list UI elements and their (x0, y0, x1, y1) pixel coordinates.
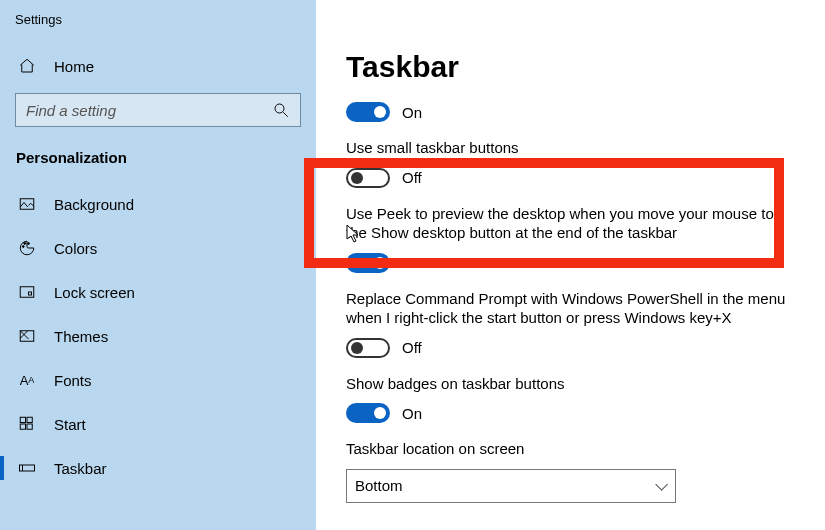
setting-row-3: Replace Command Prompt with Windows Powe… (346, 289, 795, 358)
svg-point-5 (28, 243, 30, 245)
setting-row-location: Taskbar location on screen Bottom (346, 439, 795, 503)
svg-rect-12 (27, 424, 32, 429)
toggle-label: On (402, 104, 422, 121)
home-icon (18, 57, 36, 75)
search-input-wrap[interactable] (15, 93, 301, 127)
sidebar-item-fonts[interactable]: AA Fonts (0, 358, 316, 402)
svg-rect-10 (27, 417, 32, 422)
taskbar-icon (18, 459, 36, 477)
sidebar-item-label: Lock screen (54, 284, 135, 301)
background-icon (18, 195, 36, 213)
sidebar-item-label: Fonts (54, 372, 92, 389)
setting-text: Use small taskbar buttons (346, 138, 795, 158)
sidebar-item-label: Start (54, 416, 86, 433)
toggle-label: On (402, 254, 422, 271)
sidebar-item-background[interactable]: Background (0, 182, 316, 226)
setting-row-2: Use Peek to preview the desktop when you… (346, 204, 795, 273)
setting-row-1: Use small taskbar buttons Off (346, 138, 795, 188)
svg-line-1 (283, 112, 288, 117)
sidebar-item-label: Colors (54, 240, 97, 257)
toggle-3[interactable] (346, 338, 390, 358)
svg-rect-7 (29, 292, 32, 295)
toggle-label: Off (402, 169, 422, 186)
start-icon (18, 415, 36, 433)
sidebar-item-label: Background (54, 196, 134, 213)
sidebar-item-label: Themes (54, 328, 108, 345)
toggle-1[interactable] (346, 168, 390, 188)
setting-row-0: On (346, 102, 795, 122)
setting-text: Replace Command Prompt with Windows Powe… (346, 289, 786, 328)
search-input[interactable] (26, 102, 272, 119)
toggle-2[interactable] (346, 253, 390, 273)
search-icon (272, 101, 290, 119)
setting-text: Use Peek to preview the desktop when you… (346, 204, 786, 243)
toggle-0[interactable] (346, 102, 390, 122)
search-row (15, 93, 301, 127)
sidebar-item-themes[interactable]: Themes (0, 314, 316, 358)
themes-icon (18, 327, 36, 345)
app-title: Settings (0, 10, 316, 39)
lockscreen-icon (18, 283, 36, 301)
location-select[interactable]: Bottom (346, 469, 676, 503)
fonts-icon: AA (18, 371, 36, 389)
svg-rect-11 (20, 424, 25, 429)
sidebar-item-colors[interactable]: Colors (0, 226, 316, 270)
toggle-label: On (402, 405, 422, 422)
sidebar-item-lockscreen[interactable]: Lock screen (0, 270, 316, 314)
colors-icon (18, 239, 36, 257)
sidebar-item-label: Taskbar (54, 460, 107, 477)
sidebar-item-start[interactable]: Start (0, 402, 316, 446)
setting-text: Show badges on taskbar buttons (346, 374, 795, 394)
section-label: Personalization (0, 137, 316, 182)
svg-point-3 (22, 246, 24, 248)
setting-row-4: Show badges on taskbar buttons On (346, 374, 795, 424)
toggle-4[interactable] (346, 403, 390, 423)
toggle-label: Off (402, 339, 422, 356)
svg-rect-9 (20, 417, 25, 422)
svg-point-4 (24, 243, 26, 245)
sidebar: Settings Home Personalization Background… (0, 0, 316, 530)
sidebar-item-home[interactable]: Home (0, 39, 316, 87)
main-content: Taskbar On Use small taskbar buttons Off… (316, 0, 825, 530)
page-title: Taskbar (346, 50, 795, 84)
svg-rect-13 (20, 465, 35, 471)
sidebar-item-taskbar[interactable]: Taskbar (0, 446, 316, 490)
home-label: Home (54, 58, 94, 75)
setting-text: Taskbar location on screen (346, 439, 795, 459)
svg-point-0 (275, 104, 284, 113)
